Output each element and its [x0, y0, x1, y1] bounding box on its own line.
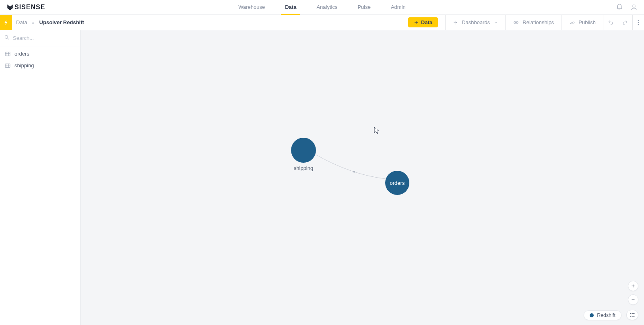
nav-tabs: WarehouseDataAnalyticsPulseAdmin	[237, 0, 407, 14]
node-circle[interactable]: orders	[385, 171, 409, 195]
table-name: orders	[14, 51, 29, 57]
table-icon	[5, 63, 10, 68]
table-name: shipping	[14, 62, 34, 68]
publish-button[interactable]: Publish	[561, 15, 603, 30]
zoom-out-button[interactable]	[628, 294, 638, 305]
redo-button[interactable]	[618, 15, 632, 30]
svg-point-19	[630, 316, 631, 317]
legend-dot	[590, 313, 594, 317]
redo-icon	[622, 20, 628, 25]
svg-point-17	[630, 313, 631, 314]
add-data-label: Data	[421, 19, 432, 25]
svg-rect-18	[632, 313, 634, 314]
zoom-controls	[628, 281, 638, 305]
node-orders[interactable]: orders	[385, 171, 409, 195]
table-icon	[5, 52, 10, 56]
top-nav: SISENSE WarehouseDataAnalyticsPulseAdmin	[0, 0, 644, 15]
brand-text: SISENSE	[14, 4, 45, 11]
svg-point-7	[638, 22, 639, 23]
dashboards-icon	[453, 20, 458, 25]
brand-logo: SISENSE	[6, 4, 45, 11]
dashboards-label: Dashboards	[462, 19, 490, 25]
publish-label: Publish	[578, 19, 596, 25]
breadcrumb-root[interactable]: Data	[16, 19, 27, 25]
relationships-icon	[513, 20, 519, 25]
chevron-down-icon	[494, 21, 498, 25]
bolt-icon	[0, 15, 12, 30]
legend-pill[interactable]: Redshift	[584, 311, 621, 320]
node-circle[interactable]	[291, 138, 316, 163]
svg-point-2	[456, 22, 457, 23]
nav-tab-analytics[interactable]: Analytics	[315, 0, 339, 14]
svg-point-0	[633, 5, 635, 7]
breadcrumb-sep: »	[31, 20, 35, 25]
publish-icon	[569, 20, 575, 25]
user-icon[interactable]	[630, 4, 638, 11]
search-icon	[4, 35, 10, 41]
edge-marker	[353, 171, 355, 173]
svg-rect-16	[5, 64, 10, 67]
bell-icon[interactable]	[616, 4, 623, 11]
graph-edges	[80, 30, 644, 325]
table-item-shipping[interactable]: shipping	[0, 60, 80, 71]
legend-toggle-button[interactable]	[626, 310, 638, 320]
sidebar: ordersshipping	[0, 30, 80, 325]
relationships-label: Relationships	[522, 19, 554, 25]
more-icon	[638, 20, 639, 25]
edge-shipping-orders[interactable]	[315, 154, 386, 179]
svg-point-3	[456, 23, 456, 24]
undo-button[interactable]	[603, 15, 618, 30]
breadcrumb-current: Upsolver Redshift	[39, 19, 84, 25]
table-item-orders[interactable]: orders	[0, 48, 80, 60]
nav-tab-data[interactable]: Data	[283, 0, 298, 14]
svg-point-9	[5, 35, 8, 38]
more-button[interactable]	[632, 15, 644, 30]
nav-tab-pulse[interactable]: Pulse	[356, 0, 372, 14]
undo-icon	[607, 20, 614, 25]
logo-icon	[6, 4, 14, 11]
svg-point-8	[638, 24, 639, 25]
add-data-button[interactable]: Data	[408, 17, 438, 27]
nav-tab-warehouse[interactable]: Warehouse	[237, 0, 266, 14]
svg-point-1	[455, 21, 455, 21]
zoom-in-button[interactable]	[628, 281, 638, 291]
legend-label: Redshift	[597, 313, 615, 318]
dashboards-button[interactable]: Dashboards	[445, 15, 505, 30]
tables-list: ordersshipping	[0, 46, 80, 73]
search-input[interactable]	[13, 35, 80, 41]
svg-rect-20	[632, 316, 634, 317]
node-label: shipping	[294, 165, 313, 171]
relationships-button[interactable]: Relationships	[505, 15, 561, 30]
svg-point-6	[638, 20, 639, 21]
sub-bar: Data » Upsolver Redshift Data Dashboards…	[0, 15, 644, 30]
node-shipping[interactable]: shipping	[291, 138, 316, 171]
svg-rect-15	[5, 52, 10, 56]
nav-tab-admin[interactable]: Admin	[389, 0, 407, 14]
schema-canvas[interactable]: shippingorders Redshift	[80, 30, 644, 325]
